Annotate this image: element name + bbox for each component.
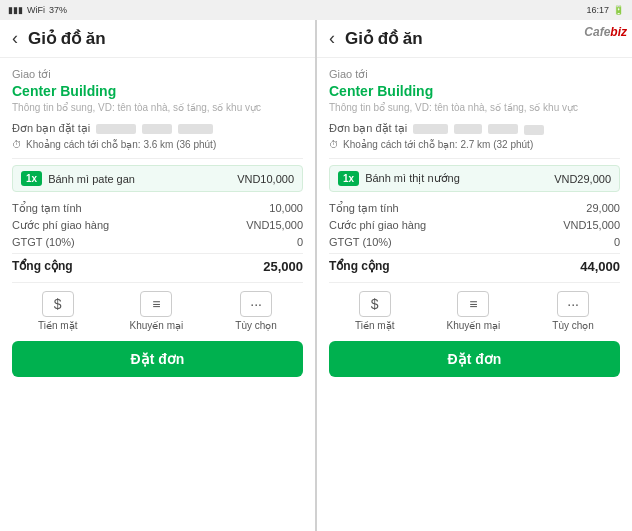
left-subtotal-label: Tổng tạm tính [12, 202, 82, 215]
left-distance-row: ⏱ Khoảng cách tới chỗ bạn: 3.6 km (36 ph… [12, 139, 303, 150]
right-options-option[interactable]: ··· Tùy chọn [552, 291, 594, 331]
right-item-name: Bánh mì thịt nướng [365, 172, 554, 185]
left-address-title: Center Building [12, 83, 303, 99]
left-tax-row: GTGT (10%) 0 [12, 234, 303, 250]
right-back-button[interactable]: ‹ [329, 28, 335, 49]
left-promo-icon: ≡ [140, 291, 172, 317]
right-options-label: Tùy chọn [552, 320, 594, 331]
left-promo-option[interactable]: ≡ Khuyến mại [130, 291, 184, 331]
right-tax-row: GTGT (10%) 0 [329, 234, 620, 250]
right-phone: Cafebiz ‹ Giỏ đồ ăn Giao tới Center Buil… [317, 20, 632, 531]
right-blurred-2 [454, 124, 482, 134]
right-distance-text: Khoảng cách tới chỗ bạn: 2.7 km (32 phút… [343, 139, 533, 150]
right-delivery-section: Giao tới Center Building Thông tin bổ su… [329, 68, 620, 114]
left-delivery-section: Giao tới Center Building Thông tin bổ su… [12, 68, 303, 114]
left-status-bar: ▮▮▮ WiFi 37% [0, 0, 316, 20]
right-tax-label: GTGT (10%) [329, 236, 392, 248]
right-promo-icon: ≡ [457, 291, 489, 317]
left-app-header: ‹ Giỏ đồ ăn [0, 20, 315, 58]
left-item-qty: 1x [21, 171, 42, 186]
left-options-option[interactable]: ··· Tùy chọn [235, 291, 277, 331]
right-total-value: 44,000 [580, 259, 620, 274]
right-order-button[interactable]: Đặt đơn [329, 341, 620, 377]
left-item-price: VND10,000 [237, 173, 294, 185]
left-summary: Tổng tạm tính 10,000 Cước phí giao hàng … [12, 200, 303, 276]
right-order-from-label: Đơn bạn đặt tại [329, 122, 407, 135]
right-total-row: Tổng cộng 44,000 [329, 253, 620, 276]
left-total-value: 25,000 [263, 259, 303, 274]
cafebiz-watermark: Cafebiz [579, 20, 632, 42]
left-blurred-2 [142, 124, 172, 134]
right-promo-option[interactable]: ≡ Khuyến mại [447, 291, 501, 331]
left-clock-icon: ⏱ [12, 139, 22, 150]
cafebiz-logo-text: Cafebiz [584, 25, 627, 39]
left-tax-label: GTGT (10%) [12, 236, 75, 248]
left-total-row: Tổng cộng 25,000 [12, 253, 303, 276]
right-address-title: Center Building [329, 83, 620, 99]
right-status-bar: 16:17 🔋 [316, 0, 632, 20]
right-battery-icon: 🔋 [613, 5, 624, 15]
right-order-from: Đơn bạn đặt tại [329, 122, 620, 135]
right-content: Giao tới Center Building Thông tin bổ su… [317, 58, 632, 531]
left-header-title: Giỏ đồ ăn [28, 28, 106, 49]
right-cash-option[interactable]: $ Tiền mặt [355, 291, 394, 331]
left-options-icon: ··· [240, 291, 272, 317]
left-order-from: Đơn bạn đặt tại [12, 122, 303, 135]
left-signal-icon: ▮▮▮ [8, 5, 23, 15]
left-item-name: Bánh mì pate gan [48, 173, 237, 185]
right-item-price: VND29,000 [554, 173, 611, 185]
right-summary: Tổng tạm tính 29,000 Cước phí giao hàng … [329, 200, 620, 276]
right-cash-icon: $ [359, 291, 391, 317]
left-cash-option[interactable]: $ Tiền mặt [38, 291, 77, 331]
right-shipping-value: VND15,000 [563, 219, 620, 232]
right-subtotal-row: Tổng tạm tính 29,000 [329, 200, 620, 217]
left-subtotal-row: Tổng tạm tính 10,000 [12, 200, 303, 217]
right-time: 16:17 [586, 5, 609, 15]
right-payment-options: $ Tiền mặt ≡ Khuyến mại ··· Tùy chọn [329, 282, 620, 337]
right-tax-value: 0 [614, 236, 620, 248]
left-item-row: 1x Bánh mì pate gan VND10,000 [12, 165, 303, 192]
left-wifi-icon: WiFi [27, 5, 45, 15]
left-shipping-label: Cước phí giao hàng [12, 219, 109, 232]
right-delivery-label: Giao tới [329, 68, 620, 81]
right-shipping-row: Cước phí giao hàng VND15,000 [329, 217, 620, 234]
right-promo-label: Khuyến mại [447, 320, 501, 331]
left-promo-label: Khuyến mại [130, 320, 184, 331]
left-order-from-label: Đơn bạn đặt tại [12, 122, 90, 135]
left-total-label: Tổng cộng [12, 259, 73, 274]
biz-text: biz [610, 25, 627, 39]
right-shipping-label: Cước phí giao hàng [329, 219, 426, 232]
right-blurred-3 [488, 124, 518, 134]
right-cash-label: Tiền mặt [355, 320, 394, 331]
left-distance-text: Khoảng cách tới chỗ bạn: 3.6 km (36 phút… [26, 139, 216, 150]
left-battery: 37% [49, 5, 67, 15]
left-options-label: Tùy chọn [235, 320, 277, 331]
left-shipping-row: Cước phí giao hàng VND15,000 [12, 217, 303, 234]
left-cash-icon: $ [42, 291, 74, 317]
right-header-title: Giỏ đồ ăn [345, 28, 423, 49]
left-blurred-1 [96, 124, 136, 134]
right-blurred-4 [524, 125, 544, 135]
left-order-button[interactable]: Đặt đơn [12, 341, 303, 377]
right-address-hint: Thông tin bổ sung, VD: tên tòa nhà, số t… [329, 101, 620, 114]
right-clock-icon: ⏱ [329, 139, 339, 150]
right-blurred-1 [413, 124, 448, 134]
cafe-text: Cafe [584, 25, 610, 39]
left-divider-1 [12, 158, 303, 159]
right-item-qty: 1x [338, 171, 359, 186]
right-distance-row: ⏱ Khoảng cách tới chỗ bạn: 2.7 km (32 ph… [329, 139, 620, 150]
right-subtotal-value: 29,000 [586, 202, 620, 215]
right-options-icon: ··· [557, 291, 589, 317]
right-divider-1 [329, 158, 620, 159]
left-payment-options: $ Tiền mặt ≡ Khuyến mại ··· Tùy chọn [12, 282, 303, 337]
left-blurred-3 [178, 124, 213, 134]
left-back-button[interactable]: ‹ [12, 28, 18, 49]
left-tax-value: 0 [297, 236, 303, 248]
left-shipping-value: VND15,000 [246, 219, 303, 232]
left-subtotal-value: 10,000 [269, 202, 303, 215]
left-content: Giao tới Center Building Thông tin bổ su… [0, 58, 315, 531]
left-delivery-label: Giao tới [12, 68, 303, 81]
right-subtotal-label: Tổng tạm tính [329, 202, 399, 215]
left-address-hint: Thông tin bổ sung, VD: tên tòa nhà, số t… [12, 101, 303, 114]
right-item-row: 1x Bánh mì thịt nướng VND29,000 [329, 165, 620, 192]
